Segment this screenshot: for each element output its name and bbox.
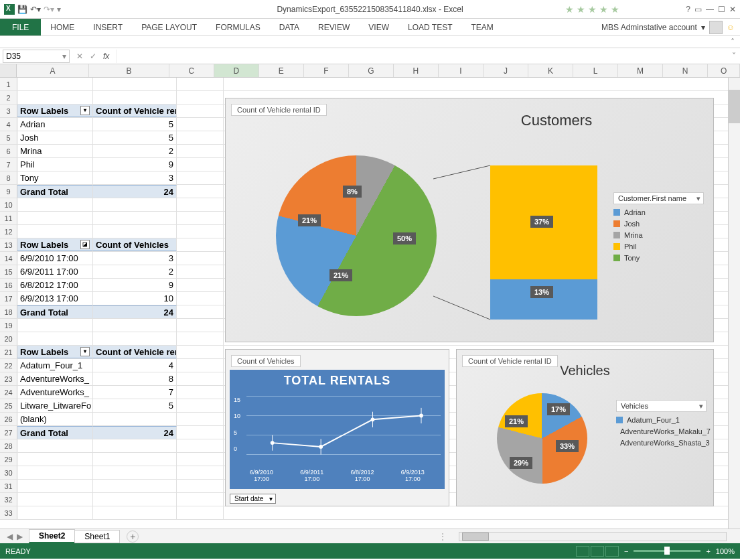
row-header[interactable]: 25 [0,399,17,412]
zoom-out-icon[interactable]: − [624,547,628,555]
row-header[interactable]: 33 [0,506,17,519]
col-header[interactable]: D [214,64,259,77]
formula-expand-icon[interactable]: ˅ [728,52,740,61]
tab-view[interactable]: VIEW [359,19,398,36]
vertical-scrollbar[interactable] [728,78,740,530]
minimize-icon[interactable]: — [706,5,714,14]
row-header[interactable]: 4 [0,118,17,131]
spreadsheet-grid[interactable]: A B C D E F G H I J K L M N O 123Row Lab… [0,64,740,529]
sheet-next-icon[interactable]: ▶ [17,532,23,541]
col-header[interactable]: O [708,64,740,77]
view-buttons[interactable] [576,546,619,557]
col-header[interactable]: C [169,64,214,77]
row-header[interactable]: 17 [0,292,17,305]
filter-icon[interactable]: ▾ [80,347,90,356]
row-header[interactable]: 9 [0,185,17,198]
col-header[interactable]: A [17,64,89,77]
chart-badge[interactable]: Count of Vehicles [231,355,301,367]
row-header[interactable]: 24 [0,386,17,399]
row-header[interactable]: 22 [0,359,17,372]
col-header[interactable]: M [618,64,663,77]
tab-home[interactable]: HOME [41,19,84,36]
row-header[interactable]: 11 [0,212,17,224]
row-header[interactable]: 2 [0,91,17,104]
ribbon-expand-icon[interactable]: ˄ [725,36,740,48]
row-header[interactable]: 13 [0,238,17,251]
tab-formulas[interactable]: FORMULAS [206,19,270,36]
row-header[interactable]: 27 [0,426,17,439]
grid-row[interactable]: 1 [0,78,740,91]
col-header[interactable]: J [484,64,528,77]
row-header[interactable]: 14 [0,252,17,265]
row-header[interactable]: 21 [0,346,17,358]
tab-file[interactable]: FILE [0,19,41,36]
row-header[interactable]: 10 [0,198,17,211]
tab-load-test[interactable]: LOAD TEST [398,19,461,36]
tab-review[interactable]: REVIEW [309,19,359,36]
row-header[interactable]: 18 [0,305,17,318]
smiley-icon[interactable]: ☺ [727,23,735,32]
row-header[interactable]: 29 [0,453,17,466]
name-box[interactable]: D35 ▾ [3,50,70,63]
zoom-level[interactable]: 100% [716,547,735,555]
formula-input[interactable] [116,50,728,63]
col-header[interactable]: K [528,64,573,77]
sheet-prev-icon[interactable]: ◀ [7,532,13,541]
close-icon[interactable]: ✕ [729,5,736,14]
view-normal-icon[interactable] [576,546,589,557]
account-menu[interactable]: MBS Adminstative account ▾ ☺ [601,21,735,34]
row-header[interactable]: 31 [0,480,17,492]
row-header[interactable]: 28 [0,439,17,452]
save-icon[interactable]: 💾 [17,5,27,14]
col-header[interactable]: G [349,64,394,77]
chart-filter[interactable]: Start date [230,494,276,504]
split-handle-icon[interactable]: ⋮ [439,532,447,541]
tab-page-layout[interactable]: PAGE LAYOUT [132,19,206,36]
redo-icon[interactable]: ↷▾ [44,5,54,14]
tab-team[interactable]: TEAM [461,19,502,36]
ribbon-options-icon[interactable]: ▭ [694,5,702,14]
zoom-slider-thumb[interactable] [664,547,670,555]
row-header[interactable]: 6 [0,145,17,157]
row-header[interactable]: 32 [0,493,17,506]
maximize-icon[interactable]: ☐ [718,5,725,14]
add-sheet-button[interactable]: + [127,531,139,543]
fx-icon[interactable]: fx [103,52,109,61]
chart-customers[interactable]: Count of Vehicle rental ID Customers 8% … [225,98,714,342]
chart-vehicles[interactable]: Count of Vehicle rental ID Vehicles 17% … [456,349,714,506]
sheet-tab-active[interactable]: Sheet2 [29,529,75,543]
col-header[interactable]: F [304,64,349,77]
view-pagelayout-icon[interactable] [591,546,604,557]
row-header[interactable]: 16 [0,279,17,291]
scrollbar-thumb[interactable] [462,533,489,541]
horizontal-scrollbar[interactable] [459,532,727,541]
row-header[interactable]: 12 [0,225,17,238]
tab-insert[interactable]: INSERT [84,19,132,36]
col-header[interactable]: E [259,64,304,77]
col-header[interactable]: I [439,64,484,77]
zoom-in-icon[interactable]: + [706,547,710,555]
legend-title[interactable]: Vehicles [616,400,707,412]
cancel-icon[interactable]: ✕ [76,52,83,61]
qat-more-icon[interactable]: ▾ [57,5,61,14]
col-header[interactable]: H [394,64,439,77]
legend-title[interactable]: Customer.First name [613,192,704,204]
row-header[interactable]: 19 [0,319,17,332]
chart-total-rentals[interactable]: Count of Vehicles TOTAL RENTALS 15 10 5 … [225,349,449,506]
scrollbar-thumb[interactable] [729,90,740,123]
sheet-tab[interactable]: Sheet1 [74,530,120,543]
row-header[interactable]: 3 [0,104,17,117]
row-header[interactable]: 30 [0,466,17,479]
enter-icon[interactable]: ✓ [90,52,96,61]
grid-row[interactable]: 33 [0,506,740,520]
select-all-corner[interactable] [0,64,17,77]
row-header[interactable]: 26 [0,413,17,425]
col-header[interactable]: B [89,64,169,77]
filter-icon[interactable]: ◪ [80,240,90,249]
chart-badge[interactable]: Count of Vehicle rental ID [231,104,327,116]
col-header[interactable]: L [573,64,618,77]
row-header[interactable]: 5 [0,131,17,144]
row-header[interactable]: 15 [0,265,17,278]
zoom-slider[interactable] [634,550,700,552]
sheet-nav[interactable]: ◀▶ [0,532,29,541]
